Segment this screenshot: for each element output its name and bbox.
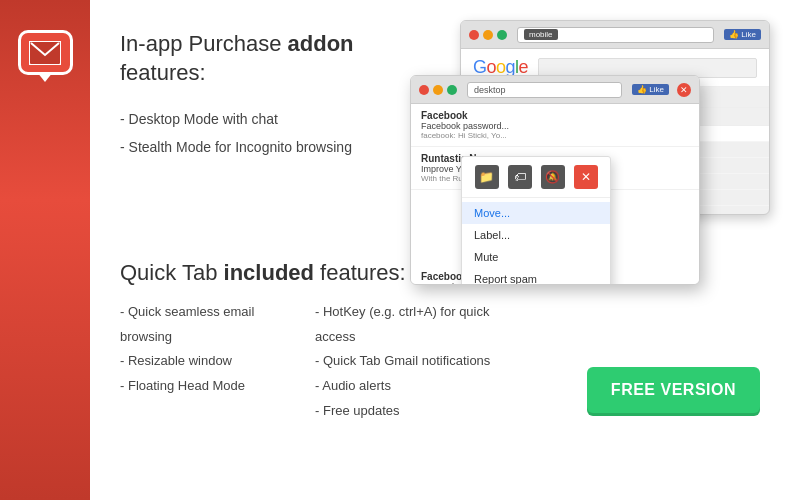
url-bar-front: desktop — [467, 82, 622, 98]
included-feature-item: Resizable window — [120, 349, 305, 374]
context-menu-item-list: Move... Label... Mute Report spam Mark a… — [462, 198, 610, 285]
browser-chrome-back: mobile 👍 Like — [461, 21, 769, 49]
expand-dot-front — [447, 85, 457, 95]
included-feature-item: Quick Tab Gmail notifications — [315, 349, 500, 374]
folder-icon[interactable]: 📁 — [475, 165, 499, 189]
free-button-wrap: FREE VERSION — [587, 367, 770, 423]
included-feature-item: Audio alerts — [315, 374, 500, 399]
included-feature-list: Quick seamless email browsing Resizable … — [120, 300, 500, 423]
mute-icon[interactable]: 🔕 — [541, 165, 565, 189]
like-button[interactable]: 👍 Like — [724, 29, 761, 40]
mute-menu-item[interactable]: Mute — [462, 246, 610, 268]
popup-email-item[interactable]: Facebook Facebook password... facebook: … — [411, 104, 699, 147]
context-menu-icons: 📁 🏷 🔕 ✕ — [462, 157, 610, 198]
browser-chrome-front: desktop 👍 Like ✕ — [411, 76, 699, 104]
close-button-front[interactable]: ✕ — [677, 83, 691, 97]
addon-title: In-app Purchase addon features: — [120, 30, 410, 87]
popup-email-content: Facebook Facebook password... facebook: … — [411, 104, 699, 285]
move-menu-item[interactable]: Move... — [462, 202, 610, 224]
close-dot — [469, 30, 479, 40]
minimize-dot — [483, 30, 493, 40]
label-menu-item[interactable]: Label... — [462, 224, 610, 246]
addon-feature-list: Desktop Mode with chat Stealth Mode for … — [120, 105, 410, 161]
gmail-screenshot-front: desktop 👍 Like ✕ Facebook Facebook passw… — [410, 75, 700, 285]
screenshots-area: mobile 👍 Like Google Gmail ▾ — [410, 20, 770, 240]
top-section: In-app Purchase addon features: Desktop … — [120, 30, 770, 240]
included-feature-item: Floating Head Mode — [120, 374, 305, 399]
addon-feature-item: Stealth Mode for Incognito browsing — [120, 133, 410, 161]
main-content: In-app Purchase addon features: Desktop … — [90, 0, 800, 500]
included-feature-item: HotKey (e.g. ctrl+A) for quick access — [315, 300, 500, 349]
mail-icon — [18, 30, 73, 75]
addon-feature-item: Desktop Mode with chat — [120, 105, 410, 133]
context-menu: 📁 🏷 🔕 ✕ Move... Label... Mute Report spa… — [461, 156, 611, 285]
like-button-front[interactable]: 👍 Like — [632, 84, 669, 95]
label-icon[interactable]: 🏷 — [508, 165, 532, 189]
url-bar-back: mobile — [517, 27, 714, 43]
sidebar — [0, 0, 90, 500]
addon-section: In-app Purchase addon features: Desktop … — [120, 30, 410, 161]
report-spam-menu-item[interactable]: Report spam — [462, 268, 610, 285]
mobile-tag: mobile — [524, 29, 558, 40]
included-feature-item: Quick seamless email browsing — [120, 300, 305, 349]
close-dot-front — [419, 85, 429, 95]
free-version-button[interactable]: FREE VERSION — [587, 367, 760, 413]
minimize-dot-front — [433, 85, 443, 95]
included-feature-item: Free updates — [315, 399, 500, 424]
close-icon[interactable]: ✕ — [574, 165, 598, 189]
expand-dot — [497, 30, 507, 40]
